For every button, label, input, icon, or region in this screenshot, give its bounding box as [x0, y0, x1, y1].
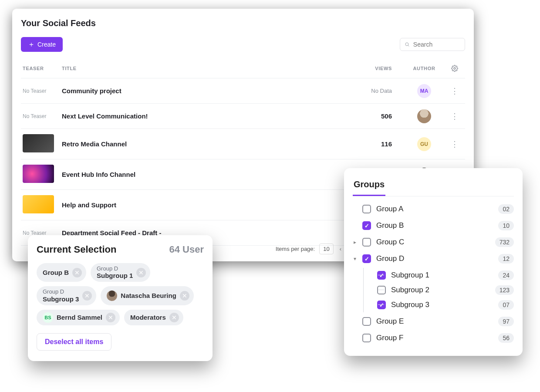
subgroup-checkbox[interactable] — [377, 286, 386, 294]
row-actions: ⋮ — [446, 112, 463, 120]
kebab-icon[interactable]: ⋮ — [451, 112, 459, 120]
group-checkbox[interactable] — [362, 254, 371, 263]
group-count-badge: 12 — [498, 254, 514, 264]
items-per-page-select[interactable]: 10 — [319, 243, 333, 254]
avatar — [417, 109, 431, 123]
selection-count: 64 User — [169, 244, 204, 255]
group-row: ▾Group D12 — [353, 251, 514, 266]
group-row: Group B10 — [353, 218, 514, 233]
group-checkbox[interactable] — [362, 221, 371, 230]
author-cell: MA — [402, 84, 446, 98]
subgroup-row: Subgroup 2123 — [368, 283, 514, 297]
chip-label: Subgroup 1 — [97, 272, 133, 279]
views-cell: 116 — [354, 140, 402, 148]
chevron-right-icon[interactable]: ▸ — [353, 239, 357, 245]
create-button-label: Create — [37, 41, 56, 48]
plus-icon: ＋ — [28, 41, 35, 48]
group-label[interactable]: Group B — [376, 221, 493, 230]
create-button[interactable]: ＋ Create — [21, 37, 63, 52]
search-input[interactable] — [413, 41, 460, 48]
group-row: ▸Group C732 — [353, 235, 514, 250]
deselect-all-button[interactable]: Deselect all items — [37, 333, 111, 351]
group-checkbox[interactable] — [362, 317, 371, 326]
views-cell: 506 — [354, 112, 402, 120]
selection-chip: Group DSubgroup 3✕ — [37, 286, 96, 305]
teaser-cell — [23, 165, 62, 184]
subgroup-count-badge: 07 — [498, 300, 514, 310]
views-cell: No Data — [354, 88, 402, 94]
th-author: AUTHOR — [402, 66, 446, 71]
svg-point-2 — [454, 68, 456, 69]
chip-label: Group B — [43, 269, 69, 276]
group-count-badge: 02 — [498, 204, 514, 214]
chip-avatar: BS — [43, 312, 53, 323]
table-row[interactable]: No TeaserCommunity projectNo DataMA⋮ — [21, 78, 465, 104]
teaser-cell: No Teaser — [23, 113, 62, 119]
author-cell: GU — [402, 137, 446, 151]
title-cell: Community project — [62, 87, 354, 95]
kebab-icon[interactable]: ⋮ — [451, 87, 459, 95]
chip-label: Subgroup 3 — [43, 295, 79, 303]
subgroup-row: Subgroup 307 — [368, 297, 514, 312]
group-label[interactable]: Group F — [376, 334, 493, 342]
subgroup-row: Subgroup 124 — [368, 268, 514, 283]
title-cell: Next Level Communication! — [62, 112, 354, 120]
groups-panel: Groups Group A02Group B10▸Group C732▾Gro… — [344, 168, 523, 356]
avatar: MA — [417, 84, 431, 98]
title-cell: Event Hub Info Channel — [62, 171, 354, 178]
chevron-left-icon[interactable]: ‹ — [338, 246, 343, 252]
author-cell — [402, 109, 446, 123]
group-label[interactable]: Group D — [376, 254, 493, 263]
subgroup-label[interactable]: Subgroup 2 — [391, 286, 490, 294]
search-field[interactable] — [400, 38, 465, 51]
th-settings[interactable] — [446, 65, 463, 72]
teaser-thumbnail — [23, 134, 54, 152]
group-checkbox[interactable] — [362, 334, 371, 342]
th-views: VIEWS — [354, 66, 402, 71]
tab-groups[interactable]: Groups — [353, 177, 385, 196]
svg-point-0 — [405, 43, 408, 46]
group-label[interactable]: Group A — [376, 205, 493, 213]
chevron-down-icon[interactable]: ▾ — [353, 256, 357, 262]
table-row[interactable]: No TeaserNext Level Communication!506⋮ — [21, 104, 465, 129]
subgroup-label[interactable]: Subgroup 1 — [391, 271, 493, 280]
group-row: Group E97 — [353, 314, 514, 329]
group-checkbox[interactable] — [362, 238, 371, 247]
group-count-badge: 732 — [495, 237, 514, 247]
group-label[interactable]: Group E — [376, 317, 493, 326]
subgroup-checkbox[interactable] — [377, 271, 386, 280]
chip-label: Natascha Beuring — [121, 292, 176, 299]
chip-label: Bernd Sammel — [57, 314, 102, 321]
subgroup-list: Subgroup 124Subgroup 2123Subgroup 307 — [353, 268, 514, 312]
chip-remove-icon[interactable]: ✕ — [169, 313, 179, 322]
selection-chip: BSBernd Sammel✕ — [37, 310, 120, 325]
teaser-cell — [23, 195, 62, 215]
chip-remove-icon[interactable]: ✕ — [136, 268, 146, 277]
group-row: Group A02 — [353, 202, 514, 216]
chip-remove-icon[interactable]: ✕ — [180, 291, 189, 301]
teaser-cell — [23, 134, 62, 154]
subgroup-label[interactable]: Subgroup 3 — [391, 301, 493, 309]
chip-remove-icon[interactable]: ✕ — [106, 313, 115, 322]
chip-remove-icon[interactable]: ✕ — [72, 268, 82, 277]
chip-remove-icon[interactable]: ✕ — [82, 291, 92, 301]
group-label[interactable]: Group C — [376, 238, 490, 247]
teaser-thumbnail — [23, 195, 54, 213]
page-title: Your Social Feeds — [21, 18, 465, 28]
svg-line-1 — [408, 45, 409, 46]
group-count-badge: 97 — [498, 317, 514, 326]
group-checkbox[interactable] — [362, 205, 371, 213]
items-per-page-label: Items per page: — [276, 246, 315, 252]
current-selection-panel: Current Selection 64 User Group B✕Group … — [28, 235, 213, 361]
subgroup-checkbox[interactable] — [377, 301, 386, 309]
avatar: GU — [417, 137, 431, 151]
table-row[interactable]: Retro Media Channel116GU⋮ — [21, 129, 465, 159]
th-teaser: TEASER — [23, 66, 62, 71]
selection-title: Current Selection — [37, 244, 116, 255]
pagination: Items per page: 10 ‹ — [276, 243, 343, 254]
group-count-badge: 56 — [498, 333, 514, 343]
group-row: Group F56 — [353, 331, 514, 345]
kebab-icon[interactable]: ⋮ — [451, 140, 459, 148]
chip-parent-label: Group D — [97, 266, 133, 272]
group-count-badge: 10 — [498, 221, 514, 230]
